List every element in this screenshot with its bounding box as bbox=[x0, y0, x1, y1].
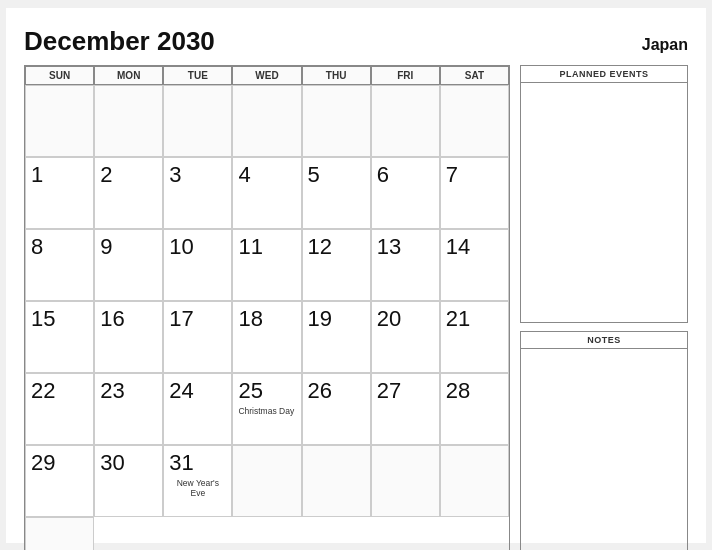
day-header: FRI bbox=[371, 66, 440, 85]
day-number: 4 bbox=[238, 162, 250, 188]
day-cell bbox=[94, 85, 163, 157]
day-number: 2 bbox=[100, 162, 112, 188]
day-header: THU bbox=[302, 66, 371, 85]
day-number: 27 bbox=[377, 378, 401, 404]
day-number: 13 bbox=[377, 234, 401, 260]
day-cell bbox=[371, 445, 440, 517]
day-cell: 12 bbox=[302, 229, 371, 301]
day-number: 9 bbox=[100, 234, 112, 260]
day-header: MON bbox=[94, 66, 163, 85]
day-cell: 25Christmas Day bbox=[232, 373, 301, 445]
day-cell: 8 bbox=[25, 229, 94, 301]
day-number: 8 bbox=[31, 234, 43, 260]
day-number: 28 bbox=[446, 378, 470, 404]
day-cell: 17 bbox=[163, 301, 232, 373]
day-number: 21 bbox=[446, 306, 470, 332]
day-number: 24 bbox=[169, 378, 193, 404]
notes-title: NOTES bbox=[521, 332, 687, 349]
day-cell: 3 bbox=[163, 157, 232, 229]
day-cell: 27 bbox=[371, 373, 440, 445]
day-cell: 16 bbox=[94, 301, 163, 373]
day-number: 14 bbox=[446, 234, 470, 260]
day-number: 3 bbox=[169, 162, 181, 188]
day-number: 29 bbox=[31, 450, 55, 476]
day-cell: 24 bbox=[163, 373, 232, 445]
day-cell bbox=[440, 85, 509, 157]
day-header: SUN bbox=[25, 66, 94, 85]
day-cell: 2 bbox=[94, 157, 163, 229]
day-event-label: Christmas Day bbox=[238, 406, 294, 416]
day-cell: 6 bbox=[371, 157, 440, 229]
day-cell: 18 bbox=[232, 301, 301, 373]
day-cell: 4 bbox=[232, 157, 301, 229]
day-number: 12 bbox=[308, 234, 332, 260]
day-cell bbox=[232, 445, 301, 517]
day-cell: 26 bbox=[302, 373, 371, 445]
page: December 2030 Japan SUNMONTUEWEDTHUFRISA… bbox=[6, 8, 706, 543]
main-content: SUNMONTUEWEDTHUFRISAT1234567891011121314… bbox=[24, 65, 688, 551]
day-cell bbox=[302, 445, 371, 517]
planned-events-box: PLANNED EVENTS bbox=[520, 65, 688, 324]
day-cell: 9 bbox=[94, 229, 163, 301]
calendar-section: SUNMONTUEWEDTHUFRISAT1234567891011121314… bbox=[24, 65, 510, 551]
day-cell bbox=[232, 85, 301, 157]
day-cell: 29 bbox=[25, 445, 94, 517]
day-cell: 28 bbox=[440, 373, 509, 445]
day-number: 10 bbox=[169, 234, 193, 260]
day-cell: 14 bbox=[440, 229, 509, 301]
day-number: 11 bbox=[238, 234, 262, 260]
day-event-label: New Year's Eve bbox=[169, 478, 226, 498]
day-cell: 31New Year's Eve bbox=[163, 445, 232, 517]
day-cell bbox=[25, 517, 94, 551]
day-cell: 13 bbox=[371, 229, 440, 301]
day-cell: 11 bbox=[232, 229, 301, 301]
sidebar: PLANNED EVENTS NOTES bbox=[520, 65, 688, 551]
day-number: 31 bbox=[169, 450, 193, 476]
calendar-grid: SUNMONTUEWEDTHUFRISAT1234567891011121314… bbox=[25, 66, 509, 551]
day-number: 23 bbox=[100, 378, 124, 404]
day-number: 20 bbox=[377, 306, 401, 332]
notes-content bbox=[521, 349, 687, 550]
day-cell: 15 bbox=[25, 301, 94, 373]
header: December 2030 Japan bbox=[24, 26, 688, 57]
day-header: TUE bbox=[163, 66, 232, 85]
day-number: 19 bbox=[308, 306, 332, 332]
day-cell bbox=[440, 445, 509, 517]
day-cell: 10 bbox=[163, 229, 232, 301]
day-number: 18 bbox=[238, 306, 262, 332]
day-cell: 22 bbox=[25, 373, 94, 445]
day-cell: 5 bbox=[302, 157, 371, 229]
planned-events-title: PLANNED EVENTS bbox=[521, 66, 687, 83]
day-number: 16 bbox=[100, 306, 124, 332]
country-title: Japan bbox=[642, 36, 688, 54]
day-header: WED bbox=[232, 66, 301, 85]
day-cell: 20 bbox=[371, 301, 440, 373]
day-header: SAT bbox=[440, 66, 509, 85]
day-cell: 30 bbox=[94, 445, 163, 517]
day-cell bbox=[302, 85, 371, 157]
day-cell bbox=[25, 85, 94, 157]
notes-box: NOTES bbox=[520, 331, 688, 550]
day-number: 26 bbox=[308, 378, 332, 404]
month-year-title: December 2030 bbox=[24, 26, 215, 57]
day-cell: 23 bbox=[94, 373, 163, 445]
day-cell: 21 bbox=[440, 301, 509, 373]
day-number: 25 bbox=[238, 378, 262, 404]
day-cell bbox=[163, 85, 232, 157]
planned-events-content bbox=[521, 83, 687, 323]
day-number: 30 bbox=[100, 450, 124, 476]
day-cell: 19 bbox=[302, 301, 371, 373]
day-number: 1 bbox=[31, 162, 43, 188]
day-cell bbox=[371, 85, 440, 157]
day-cell: 7 bbox=[440, 157, 509, 229]
day-number: 22 bbox=[31, 378, 55, 404]
day-number: 6 bbox=[377, 162, 389, 188]
day-number: 5 bbox=[308, 162, 320, 188]
day-number: 15 bbox=[31, 306, 55, 332]
day-cell: 1 bbox=[25, 157, 94, 229]
day-number: 7 bbox=[446, 162, 458, 188]
day-number: 17 bbox=[169, 306, 193, 332]
